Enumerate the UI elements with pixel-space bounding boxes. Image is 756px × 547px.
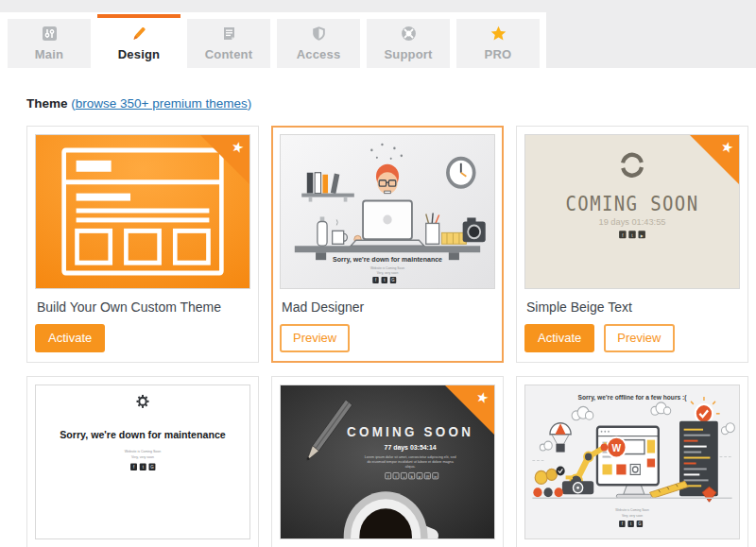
theme-card-custom: ★ Build Your Own Custom Theme Activate — [26, 126, 259, 363]
maintenance-headline: Sorry, we're down for maintenance — [60, 428, 226, 439]
tab-design-label: Design — [118, 47, 161, 61]
lifebuoy-icon — [401, 26, 417, 42]
tab-main[interactable]: Main — [8, 19, 91, 68]
theme-heading-label: Theme — [26, 96, 68, 111]
lorem-line-2: do eiusmod tempor incididunt ut labore e… — [367, 459, 454, 463]
sliders-icon — [42, 26, 58, 42]
theme-card-under-construction: Sorry, we're offline for a few hours :( — [516, 376, 748, 547]
theme-preview-plain-text[interactable]: Sorry, we're down for maintenance Websit… — [35, 385, 250, 539]
tab-design[interactable]: Design — [97, 14, 180, 68]
theme-card-simple-office: COMING SOON 77 days 03:54:14 Lorem ipsum… — [271, 376, 504, 547]
theme-title: Simple Beige Text — [526, 299, 738, 315]
tab-main-label: Main — [35, 47, 63, 61]
pen-icon — [131, 26, 147, 42]
activate-button[interactable]: Activate — [35, 324, 105, 352]
google-plus-icon: G — [391, 278, 395, 282]
tab-bar: Main Design Content Access — [0, 0, 756, 68]
theme-preview-simple-office[interactable]: COMING SOON 77 days 03:54:14 Lorem ipsum… — [280, 385, 495, 539]
youtube-icon: ▶ — [641, 234, 644, 238]
very-soon-subline: Very, very soon — [377, 270, 399, 274]
theme-preview-under-construction[interactable]: Sorry, we're offline for a few hours :( — [524, 385, 740, 539]
theme-card-simple-beige: COMING SOON 19 days 01:43:55 f t ▶ ★ Sim… — [516, 126, 748, 363]
preview-button[interactable]: Preview — [280, 324, 350, 352]
settings-header: Main Design Content Access — [0, 0, 756, 68]
instagram-icon: @ — [426, 474, 430, 478]
maintenance-headline: Sorry, we're down for maintenance — [333, 255, 442, 264]
theme-card-plain-text: Sorry, we're down for maintenance Websit… — [26, 376, 259, 547]
social-icons: f t G — [619, 521, 643, 527]
design-tab-panel: Theme (browse 350+ premium themes) — [0, 68, 756, 547]
theme-title: Mad Designer — [282, 299, 493, 315]
tab-pro[interactable]: PRO — [456, 19, 540, 68]
tab-content[interactable]: Content — [187, 19, 270, 68]
coming-soon-subline: Website is Coming Soon — [370, 266, 404, 270]
wall-clock-illustration — [448, 159, 474, 187]
theme-grid: ★ Build Your Own Custom Theme Activate — [26, 126, 756, 547]
theme-card-mad-designer: Sorry, we're down for maintenance Websit… — [271, 126, 504, 363]
pinterest-icon: p — [419, 474, 421, 478]
google-plus-icon: G — [150, 465, 154, 470]
google-plus-icon: + — [403, 474, 404, 478]
google-plus-icon: G — [638, 521, 642, 526]
tab-content-label: Content — [205, 47, 253, 61]
coming-soon-subline: Website is Coming Soon — [615, 508, 649, 512]
shield-icon — [311, 26, 327, 42]
theme-preview-simple-beige[interactable]: COMING SOON 19 days 01:43:55 f t ▶ ★ — [524, 134, 740, 289]
svg-text:W: W — [612, 441, 622, 453]
browse-premium-themes-link[interactable]: browse 350+ premium themes — [76, 96, 248, 111]
tab-support-label: Support — [384, 47, 432, 61]
countdown-text: 19 days 01:43:55 — [599, 216, 666, 227]
twitter-icon: t — [396, 474, 397, 478]
behance-icon: b — [411, 474, 413, 478]
lorem-line-1: Lorem ipsum dolor sit amet, consectetur … — [365, 455, 456, 459]
linkedin-icon: in — [434, 474, 437, 478]
theme-preview-custom[interactable]: ★ — [35, 134, 250, 289]
desk — [295, 246, 480, 252]
mad-designer-illustration: Sorry, we're down for maintenance Websit… — [281, 135, 494, 288]
theme-title: Build Your Own Custom Theme — [37, 299, 249, 315]
lorem-line-3: aliqua. — [405, 464, 416, 468]
tab-bar-filler — [546, 0, 756, 68]
document-icon — [221, 26, 237, 42]
social-icons: f t G — [130, 463, 155, 470]
tab-access-label: Access — [297, 47, 341, 61]
under-construction-illustration: Sorry, we're offline for a few hours :( — [525, 385, 739, 538]
countdown-text: 77 days 03:54:14 — [385, 442, 437, 451]
star-icon — [490, 26, 507, 42]
social-icons: f t G — [372, 277, 396, 283]
activate-button[interactable]: Activate — [524, 324, 594, 352]
tab-pro-label: PRO — [485, 47, 512, 61]
theme-preview-mad-designer[interactable]: Sorry, we're down for maintenance Websit… — [280, 134, 495, 289]
very-soon-subline: Very, very soon — [131, 454, 154, 458]
plain-text-preview-image: Sorry, we're down for maintenance Websit… — [36, 385, 249, 538]
preview-button[interactable]: Preview — [604, 324, 674, 352]
theme-section-heading: Theme (browse 350+ premium themes) — [26, 96, 756, 111]
tab-support[interactable]: Support — [367, 19, 450, 68]
very-soon-subline: Very, very soon — [622, 513, 643, 517]
social-icons: f t ▶ — [619, 231, 645, 238]
coming-soon-subline: Website is Coming Soon — [125, 449, 161, 453]
star-icon: ★ — [474, 388, 490, 405]
offline-headline: Sorry, we're offline for a few hours :( — [577, 393, 687, 401]
coming-soon-headline: COMING SOON — [566, 193, 699, 215]
tab-access[interactable]: Access — [277, 19, 360, 68]
